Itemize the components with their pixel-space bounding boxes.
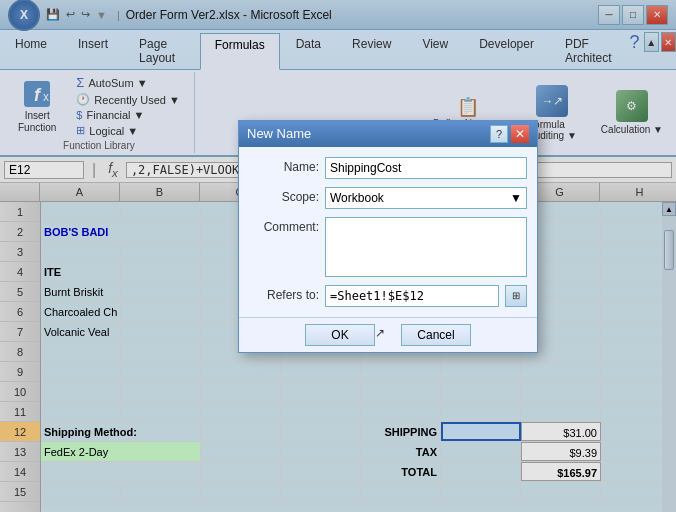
scope-field-label: Scope: bbox=[249, 187, 319, 204]
refers-input[interactable] bbox=[325, 285, 499, 307]
scope-dropdown[interactable]: Workbook ▼ bbox=[325, 187, 527, 209]
dialog-close-button[interactable]: ✕ bbox=[511, 125, 529, 143]
dialog-body: Name: Scope: Workbook ▼ Comment: Refers … bbox=[239, 147, 537, 317]
cancel-button[interactable]: Cancel bbox=[401, 324, 471, 346]
new-name-dialog: New Name ? ✕ Name: Scope: Workbook ▼ bbox=[238, 120, 538, 353]
name-input[interactable] bbox=[325, 157, 527, 179]
scope-value: Workbook bbox=[330, 191, 384, 205]
dialog-title-buttons: ? ✕ bbox=[490, 125, 529, 143]
ok-button[interactable]: OK bbox=[305, 324, 375, 346]
cursor-arrow: ↗ bbox=[375, 326, 385, 348]
dialog-footer: OK ↗ Cancel bbox=[239, 317, 537, 352]
dialog-help-button[interactable]: ? bbox=[490, 125, 508, 143]
dialog-name-row: Name: bbox=[249, 157, 527, 179]
dialog-comment-row: Comment: bbox=[249, 217, 527, 277]
scope-dropdown-arrow: ▼ bbox=[510, 191, 522, 205]
refers-field-label: Refers to: bbox=[249, 285, 319, 302]
dialog-refers-row: Refers to: ⊞ bbox=[249, 285, 527, 307]
comment-input[interactable] bbox=[325, 217, 527, 277]
name-field-label: Name: bbox=[249, 157, 319, 174]
comment-field-label: Comment: bbox=[249, 217, 319, 234]
refers-input-group: ⊞ bbox=[325, 285, 527, 307]
dialog-scope-row: Scope: Workbook ▼ bbox=[249, 187, 527, 209]
refers-collapse-button[interactable]: ⊞ bbox=[505, 285, 527, 307]
dialog-title: New Name bbox=[247, 126, 311, 141]
dialog-overlay: New Name ? ✕ Name: Scope: Workbook ▼ bbox=[0, 0, 676, 512]
dialog-titlebar: New Name ? ✕ bbox=[239, 121, 537, 147]
